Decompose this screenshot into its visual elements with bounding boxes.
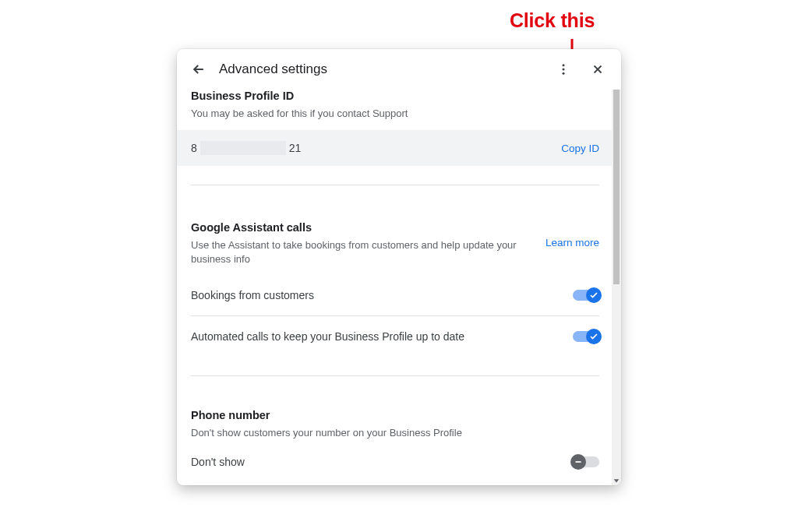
learn-more-link[interactable]: Learn more (546, 237, 599, 248)
dialog-scroll-area: Business Profile ID You may be asked for… (177, 90, 621, 485)
business-profile-id-section: Business Profile ID You may be asked for… (191, 90, 599, 185)
toggle-row-bookings: Bookings from customers (191, 275, 599, 315)
copy-id-button[interactable]: Copy ID (561, 143, 599, 154)
dialog-header: Advanced settings (177, 49, 621, 90)
arrow-left-icon (191, 62, 207, 77)
automated-calls-toggle[interactable] (573, 329, 599, 344)
more-vertical-icon (556, 62, 570, 76)
close-button[interactable] (588, 60, 607, 79)
phone-number-section: Phone number Don't show customers your n… (191, 376, 599, 485)
id-suffix: 21 (289, 142, 302, 154)
toggle-label: Don't show (191, 456, 245, 468)
section-title: Phone number (191, 409, 599, 421)
section-description: Use the Assistant to take bookings from … (191, 238, 527, 266)
svg-point-2 (563, 64, 565, 66)
dialog-title: Advanced settings (219, 62, 543, 77)
chevron-down-icon (613, 477, 620, 484)
toggle-label: Bookings from customers (191, 289, 314, 301)
profile-id-value: 8 21 (191, 141, 301, 155)
toggle-row-dont-show: Don't show (191, 440, 599, 477)
scroll-down-arrow[interactable] (612, 476, 621, 485)
close-icon (591, 62, 605, 76)
svg-marker-6 (614, 479, 620, 482)
svg-point-3 (563, 69, 565, 71)
minus-icon (574, 457, 583, 467)
google-assistant-calls-section: Google Assistant calls Use the Assistant… (191, 185, 599, 375)
toggle-label: Automated calls to keep your Business Pr… (191, 330, 464, 343)
redacted-block (200, 141, 286, 155)
toggle-row-automated-calls: Automated calls to keep your Business Pr… (191, 315, 599, 357)
scrollbar-thumb[interactable] (613, 90, 620, 284)
more-button[interactable] (554, 60, 573, 79)
section-description: Don't show customers your number on your… (191, 426, 599, 440)
back-button[interactable] (189, 60, 208, 79)
profile-id-row: 8 21 Copy ID (177, 130, 621, 166)
scrollbar[interactable] (612, 90, 621, 485)
id-prefix: 8 (191, 142, 197, 154)
check-icon (589, 332, 598, 341)
check-icon (589, 291, 598, 300)
annotation-text: Click this (510, 9, 595, 32)
svg-point-4 (563, 72, 565, 75)
section-title: Business Profile ID (191, 90, 599, 102)
dont-show-toggle[interactable] (573, 454, 599, 470)
section-title: Google Assistant calls (191, 221, 527, 234)
bookings-toggle[interactable] (573, 287, 599, 303)
section-description: You may be asked for this if you contact… (191, 107, 599, 121)
advanced-settings-dialog: Advanced settings Business Profile ID Yo… (177, 49, 621, 485)
